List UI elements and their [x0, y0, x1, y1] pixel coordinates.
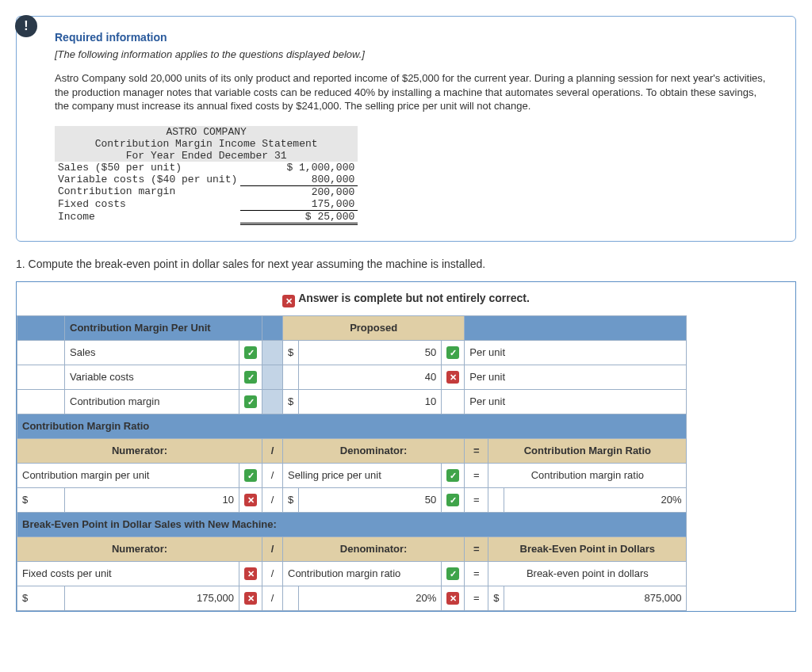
stmt-val: 200,000 — [240, 185, 358, 198]
check-icon: ✓ — [244, 395, 257, 408]
info-badge-icon: ! — [15, 15, 37, 37]
slash: / — [262, 561, 283, 586]
required-subtitle: [The following information applies to th… — [55, 48, 772, 60]
cmpu-header: Contribution Margin Per Unit — [65, 315, 262, 340]
stmt-row: Income — [55, 210, 240, 223]
stmt-row: Contribution margin — [55, 185, 240, 198]
check-icon: ✓ — [446, 346, 459, 359]
equals: = — [465, 561, 488, 586]
input-cell[interactable]: 10 — [65, 487, 239, 512]
stmt-val: $ 1,000,000 — [240, 162, 358, 174]
x-icon: ✕ — [446, 371, 459, 384]
input-cell[interactable]: 50 — [299, 487, 442, 512]
dollar: $ — [283, 487, 299, 512]
stmt-row: Fixed costs — [55, 198, 240, 211]
row-label[interactable]: Contribution margin — [65, 389, 239, 414]
dollar: $ — [283, 340, 299, 365]
cmr-result-header: Contribution Margin Ratio — [488, 438, 687, 463]
stmt-title: Contribution Margin Income Statement — [55, 138, 358, 150]
equals: = — [465, 586, 488, 610]
input-cell[interactable]: Contribution margin per unit — [17, 463, 239, 487]
slash: / — [262, 586, 283, 610]
income-statement: ASTRO COMPANY Contribution Margin Income… — [55, 126, 358, 225]
cmr-header: Contribution Margin Ratio — [17, 414, 687, 438]
stmt-val: 800,000 — [240, 174, 358, 186]
result-value: 875,000 — [504, 586, 687, 610]
input-cell[interactable]: 50 — [299, 340, 442, 365]
stmt-val: 175,000 — [240, 198, 358, 211]
stmt-row: Variable costs ($40 per unit) — [55, 174, 240, 186]
status-text: Answer is complete but not entirely corr… — [298, 292, 530, 304]
required-body: Astro Company sold 20,000 units of its o… — [55, 71, 772, 113]
slash: / — [262, 487, 283, 512]
unit-label[interactable]: Per unit — [465, 389, 687, 414]
required-title: Required information — [55, 31, 772, 44]
breakeven-header: Break-Even Point in Dollar Sales with Ne… — [17, 512, 687, 536]
check-icon: ✓ — [446, 494, 459, 506]
slash: / — [262, 536, 283, 561]
worksheet-grid: Contribution Margin Per Unit Proposed Sa… — [17, 315, 795, 611]
x-icon: ✕ — [244, 494, 257, 506]
x-icon: ✕ — [446, 592, 459, 605]
equals: = — [465, 463, 488, 487]
dollar: $ — [17, 586, 65, 610]
input-cell: 10 — [299, 389, 442, 414]
dollar: $ — [283, 389, 299, 414]
row-label[interactable]: Sales — [65, 340, 239, 365]
question-text: 1. Compute the break-even point in dolla… — [16, 258, 796, 270]
numerator-header: Numerator: — [17, 536, 262, 561]
result-label: Contribution margin ratio — [488, 463, 687, 487]
equals: = — [465, 438, 488, 463]
input-cell[interactable]: Contribution margin ratio — [283, 561, 442, 586]
result-label: Break-even point in dollars — [488, 561, 687, 586]
numerator-header: Numerator: — [17, 438, 262, 463]
answer-status: ✕Answer is complete but not entirely cor… — [17, 288, 795, 315]
x-icon: ✕ — [282, 295, 295, 307]
check-icon: ✓ — [446, 469, 459, 482]
slash: / — [262, 463, 283, 487]
stmt-company: ASTRO COMPANY — [55, 126, 358, 138]
slash: / — [262, 438, 283, 463]
input-cell[interactable]: 40 — [299, 365, 442, 389]
stmt-row: Sales ($50 per unit) — [55, 162, 240, 174]
equals: = — [465, 487, 488, 512]
equals: = — [465, 536, 488, 561]
denominator-header: Denominator: — [283, 438, 465, 463]
dollar: $ — [17, 487, 65, 512]
x-icon: ✕ — [244, 592, 257, 605]
result-value: 20% — [504, 487, 687, 512]
check-icon: ✓ — [446, 567, 459, 580]
stmt-period: For Year Ended December 31 — [55, 150, 358, 162]
stmt-val: $ 25,000 — [240, 210, 358, 223]
input-cell[interactable]: 175,000 — [65, 586, 239, 610]
proposed-header: Proposed — [283, 315, 465, 340]
be-result-header: Break-Even Point in Dollars — [488, 536, 687, 561]
unit-label[interactable]: Per unit — [465, 365, 687, 389]
x-icon: ✕ — [244, 567, 257, 580]
check-icon: ✓ — [244, 346, 257, 359]
row-label[interactable]: Variable costs — [65, 365, 239, 389]
required-info-panel: ! Required information [The following in… — [16, 16, 796, 242]
input-cell[interactable]: Fixed costs per unit — [17, 561, 239, 586]
unit-label[interactable]: Per unit — [465, 340, 687, 365]
denominator-header: Denominator: — [283, 536, 465, 561]
check-icon: ✓ — [244, 371, 257, 384]
check-icon: ✓ — [244, 469, 257, 482]
input-cell[interactable]: Selling price per unit — [283, 463, 442, 487]
answer-panel: ✕Answer is complete but not entirely cor… — [16, 281, 796, 612]
input-cell[interactable]: 20% — [299, 586, 442, 610]
dollar: $ — [488, 586, 504, 610]
